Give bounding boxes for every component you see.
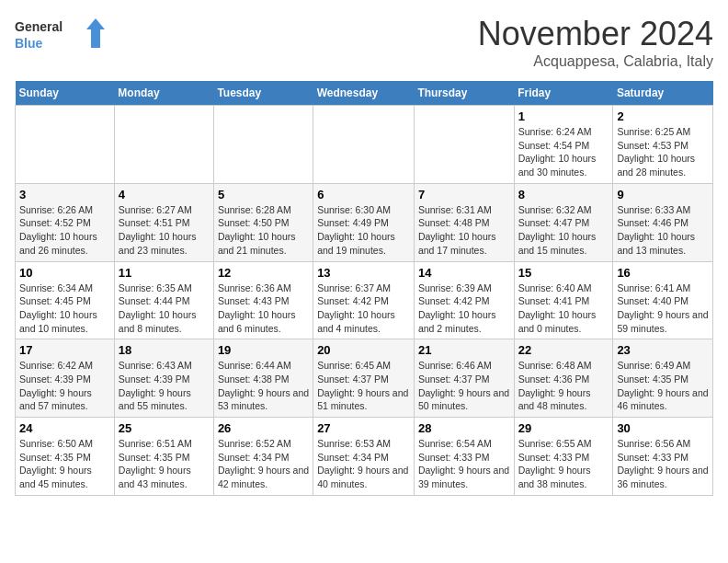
weekday-header-row: SundayMondayTuesdayWednesdayThursdayFrid… <box>16 81 713 106</box>
day-cell: 24Sunrise: 6:50 AM Sunset: 4:35 PM Dayli… <box>16 418 115 496</box>
day-number: 1 <box>518 109 609 123</box>
day-info: Sunrise: 6:36 AM Sunset: 4:43 PM Dayligh… <box>218 282 309 336</box>
day-number: 21 <box>418 343 510 357</box>
day-number: 10 <box>19 266 110 280</box>
day-number: 12 <box>218 266 309 280</box>
week-row-1: 1Sunrise: 6:24 AM Sunset: 4:54 PM Daylig… <box>16 106 713 184</box>
day-info: Sunrise: 6:41 AM Sunset: 4:40 PM Dayligh… <box>617 282 709 336</box>
day-number: 6 <box>317 188 410 201</box>
day-cell <box>213 106 313 184</box>
weekday-sunday: Sunday <box>16 81 115 106</box>
weekday-wednesday: Wednesday <box>313 81 415 106</box>
weekday-tuesday: Tuesday <box>213 81 313 106</box>
day-number: 8 <box>518 188 609 201</box>
day-info: Sunrise: 6:51 AM Sunset: 4:35 PM Dayligh… <box>119 437 210 491</box>
day-info: Sunrise: 6:50 AM Sunset: 4:35 PM Dayligh… <box>19 437 110 491</box>
day-info: Sunrise: 6:37 AM Sunset: 4:42 PM Dayligh… <box>317 282 410 336</box>
weekday-friday: Friday <box>514 81 613 106</box>
day-info: Sunrise: 6:32 AM Sunset: 4:47 PM Dayligh… <box>518 203 609 258</box>
month-title: November 2024 <box>478 15 713 53</box>
day-cell: 25Sunrise: 6:51 AM Sunset: 4:35 PM Dayli… <box>114 418 213 496</box>
day-cell: 3Sunrise: 6:26 AM Sunset: 4:52 PM Daylig… <box>16 183 115 261</box>
day-cell: 13Sunrise: 6:37 AM Sunset: 4:42 PM Dayli… <box>313 261 415 339</box>
day-cell: 10Sunrise: 6:34 AM Sunset: 4:45 PM Dayli… <box>16 261 115 339</box>
day-info: Sunrise: 6:45 AM Sunset: 4:37 PM Dayligh… <box>317 359 410 413</box>
day-cell <box>16 106 115 184</box>
day-cell: 4Sunrise: 6:27 AM Sunset: 4:51 PM Daylig… <box>114 183 213 261</box>
day-info: Sunrise: 6:24 AM Sunset: 4:54 PM Dayligh… <box>518 125 609 179</box>
day-info: Sunrise: 6:49 AM Sunset: 4:35 PM Dayligh… <box>617 359 709 413</box>
day-info: Sunrise: 6:44 AM Sunset: 4:38 PM Dayligh… <box>218 359 309 413</box>
day-number: 3 <box>19 188 110 201</box>
day-cell: 9Sunrise: 6:33 AM Sunset: 4:46 PM Daylig… <box>613 183 713 261</box>
day-cell: 7Sunrise: 6:31 AM Sunset: 4:48 PM Daylig… <box>414 183 514 261</box>
day-number: 24 <box>19 421 110 435</box>
day-cell: 20Sunrise: 6:45 AM Sunset: 4:37 PM Dayli… <box>313 339 415 418</box>
day-info: Sunrise: 6:56 AM Sunset: 4:33 PM Dayligh… <box>617 437 709 491</box>
title-block: November 2024 Acquappesa, Calabria, Ital… <box>478 15 713 70</box>
day-number: 28 <box>418 421 510 435</box>
day-cell: 23Sunrise: 6:49 AM Sunset: 4:35 PM Dayli… <box>613 339 713 418</box>
day-cell: 19Sunrise: 6:44 AM Sunset: 4:38 PM Dayli… <box>213 339 313 418</box>
day-cell <box>313 106 415 184</box>
day-info: Sunrise: 6:43 AM Sunset: 4:39 PM Dayligh… <box>119 359 210 413</box>
week-row-3: 10Sunrise: 6:34 AM Sunset: 4:45 PM Dayli… <box>16 261 713 339</box>
day-cell: 21Sunrise: 6:46 AM Sunset: 4:37 PM Dayli… <box>414 339 514 418</box>
day-info: Sunrise: 6:25 AM Sunset: 4:53 PM Dayligh… <box>617 125 709 179</box>
calendar: SundayMondayTuesdayWednesdayThursdayFrid… <box>15 81 713 496</box>
svg-marker-2 <box>86 18 105 48</box>
day-number: 20 <box>317 343 410 357</box>
day-cell: 29Sunrise: 6:55 AM Sunset: 4:33 PM Dayli… <box>514 418 613 496</box>
location: Acquappesa, Calabria, Italy <box>478 53 713 70</box>
day-info: Sunrise: 6:46 AM Sunset: 4:37 PM Dayligh… <box>418 359 510 413</box>
day-number: 30 <box>617 421 709 435</box>
day-number: 26 <box>218 421 309 435</box>
day-info: Sunrise: 6:34 AM Sunset: 4:45 PM Dayligh… <box>19 282 110 336</box>
day-cell: 30Sunrise: 6:56 AM Sunset: 4:33 PM Dayli… <box>613 418 713 496</box>
day-number: 22 <box>518 343 609 357</box>
day-cell: 1Sunrise: 6:24 AM Sunset: 4:54 PM Daylig… <box>514 106 613 184</box>
day-cell: 12Sunrise: 6:36 AM Sunset: 4:43 PM Dayli… <box>213 261 313 339</box>
day-number: 27 <box>317 421 410 435</box>
week-row-2: 3Sunrise: 6:26 AM Sunset: 4:52 PM Daylig… <box>16 183 713 261</box>
day-number: 15 <box>518 266 609 280</box>
day-cell: 18Sunrise: 6:43 AM Sunset: 4:39 PM Dayli… <box>114 339 213 418</box>
day-info: Sunrise: 6:28 AM Sunset: 4:50 PM Dayligh… <box>218 203 309 258</box>
day-cell: 15Sunrise: 6:40 AM Sunset: 4:41 PM Dayli… <box>514 261 613 339</box>
logo-svg: General Blue <box>15 15 107 55</box>
day-cell: 27Sunrise: 6:53 AM Sunset: 4:34 PM Dayli… <box>313 418 415 496</box>
day-info: Sunrise: 6:52 AM Sunset: 4:34 PM Dayligh… <box>218 437 309 491</box>
day-number: 25 <box>119 421 210 435</box>
day-info: Sunrise: 6:42 AM Sunset: 4:39 PM Dayligh… <box>19 359 110 413</box>
day-number: 11 <box>119 266 210 280</box>
day-cell: 2Sunrise: 6:25 AM Sunset: 4:53 PM Daylig… <box>613 106 713 184</box>
day-info: Sunrise: 6:30 AM Sunset: 4:49 PM Dayligh… <box>317 203 410 258</box>
weekday-saturday: Saturday <box>613 81 713 106</box>
weekday-monday: Monday <box>114 81 213 106</box>
week-row-5: 24Sunrise: 6:50 AM Sunset: 4:35 PM Dayli… <box>16 418 713 496</box>
day-cell <box>414 106 514 184</box>
day-info: Sunrise: 6:33 AM Sunset: 4:46 PM Dayligh… <box>617 203 709 258</box>
day-info: Sunrise: 6:27 AM Sunset: 4:51 PM Dayligh… <box>119 203 210 258</box>
day-cell <box>114 106 213 184</box>
day-number: 4 <box>119 188 210 201</box>
day-number: 9 <box>617 188 709 201</box>
day-number: 18 <box>119 343 210 357</box>
day-number: 23 <box>617 343 709 357</box>
day-cell: 16Sunrise: 6:41 AM Sunset: 4:40 PM Dayli… <box>613 261 713 339</box>
day-number: 13 <box>317 266 410 280</box>
day-cell: 22Sunrise: 6:48 AM Sunset: 4:36 PM Dayli… <box>514 339 613 418</box>
page-header: General Blue November 2024 Acquappesa, C… <box>15 15 713 70</box>
day-number: 17 <box>19 343 110 357</box>
logo: General Blue <box>15 15 107 55</box>
day-cell: 8Sunrise: 6:32 AM Sunset: 4:47 PM Daylig… <box>514 183 613 261</box>
day-cell: 28Sunrise: 6:54 AM Sunset: 4:33 PM Dayli… <box>414 418 514 496</box>
day-info: Sunrise: 6:40 AM Sunset: 4:41 PM Dayligh… <box>518 282 609 336</box>
day-number: 14 <box>418 266 510 280</box>
day-info: Sunrise: 6:48 AM Sunset: 4:36 PM Dayligh… <box>518 359 609 413</box>
day-number: 19 <box>218 343 309 357</box>
day-info: Sunrise: 6:26 AM Sunset: 4:52 PM Dayligh… <box>19 203 110 258</box>
day-cell: 6Sunrise: 6:30 AM Sunset: 4:49 PM Daylig… <box>313 183 415 261</box>
day-info: Sunrise: 6:54 AM Sunset: 4:33 PM Dayligh… <box>418 437 510 491</box>
day-info: Sunrise: 6:55 AM Sunset: 4:33 PM Dayligh… <box>518 437 609 491</box>
